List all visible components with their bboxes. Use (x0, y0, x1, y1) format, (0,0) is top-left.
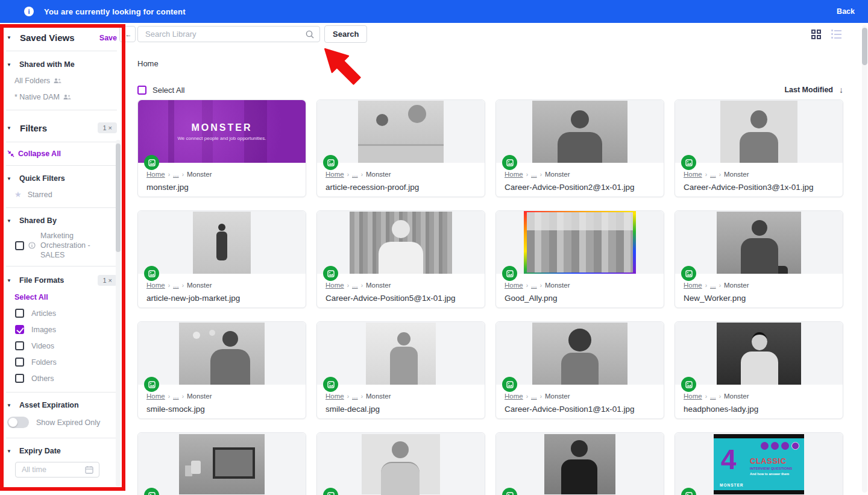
file-format-option[interactable]: Images (0, 325, 117, 334)
asset-filename[interactable]: Career-Advice-Position2@1x-01.jpg (505, 183, 656, 192)
breadcrumb-home-link[interactable]: Home (684, 282, 702, 289)
caret-down-icon[interactable]: ▼ (7, 218, 13, 224)
asset-filename[interactable]: New_Worker.png (684, 294, 835, 303)
show-expired-toggle[interactable] (7, 417, 29, 428)
sort-control[interactable]: Last Modified ↓ (784, 85, 843, 95)
breadcrumb-ellipsis-link[interactable]: ... (531, 282, 537, 289)
caret-down-icon[interactable]: ▼ (7, 62, 13, 68)
caret-down-icon[interactable]: ▼ (7, 35, 13, 40)
breadcrumb-home-link[interactable]: Home (505, 171, 523, 178)
file-formats-header[interactable]: ▼ File Formats 1 × (0, 275, 117, 286)
asset-filename[interactable]: Career-Advice-Position5@1x-01.jpg (326, 294, 477, 303)
format-checkbox[interactable] (15, 358, 24, 367)
saved-view-item[interactable]: * Native DAM (0, 93, 117, 101)
asset-card[interactable]: Home › ... › Monster (495, 432, 664, 495)
shared-by-checkbox[interactable] (15, 241, 24, 250)
breadcrumb-home-link[interactable]: Home (684, 171, 702, 178)
page-breadcrumb[interactable]: Home (137, 59, 868, 68)
asset-filename[interactable]: Career-Advice-Position1@1x-01.jpg (505, 405, 656, 414)
breadcrumb-ellipsis-link[interactable]: ... (531, 393, 537, 400)
file-format-option[interactable]: Articles (0, 309, 117, 318)
asset-card[interactable]: Home › ... › Monster (316, 432, 485, 495)
breadcrumb-ellipsis-link[interactable]: ... (173, 171, 179, 178)
asset-filename[interactable]: monster.jpg (146, 183, 298, 192)
asset-card[interactable]: Home › ... › Monster Career-Advice-Posit… (495, 99, 664, 197)
caret-down-icon[interactable]: ▼ (7, 125, 13, 131)
breadcrumb-ellipsis-link[interactable]: ... (531, 171, 537, 178)
breadcrumb-ellipsis-link[interactable]: ... (710, 282, 716, 289)
breadcrumb-ellipsis-link[interactable]: ... (173, 393, 179, 400)
sidebar-scrollbar[interactable] (116, 140, 121, 487)
asset-card[interactable]: 4CLASSICINTERVIEW QUESTIONSAnd how to an… (675, 432, 843, 495)
shared-with-me-header[interactable]: ▼ Shared with Me (0, 60, 117, 69)
quick-filters-header[interactable]: ▼ Quick Filters (0, 174, 117, 183)
save-view-button[interactable]: Save (99, 34, 117, 42)
breadcrumb-ellipsis-link[interactable]: ... (352, 282, 358, 289)
saved-view-item[interactable]: All Folders (0, 77, 117, 85)
asset-expiration-header[interactable]: ▼ Asset Expiration (0, 401, 117, 409)
breadcrumb-ellipsis-link[interactable]: ... (352, 393, 358, 400)
asset-filename[interactable]: article-new-job-market.jpg (146, 294, 298, 303)
collapse-all-link[interactable]: Collapse All (18, 150, 61, 158)
file-format-option[interactable]: Folders (0, 358, 117, 367)
expiry-date-header[interactable]: ▼ Expiry Date (0, 447, 117, 455)
asset-filename[interactable]: Career-Advice-Position3@1x-01.jpg (684, 183, 835, 192)
asset-card[interactable]: Home › ... › Monster New_Worker.png (675, 210, 843, 308)
asset-filename[interactable]: smile-smock.jpg (146, 405, 298, 414)
filters-header[interactable]: ▼ Filters 1 × (0, 122, 117, 133)
breadcrumb-home-link[interactable]: Home (146, 393, 165, 400)
breadcrumb-ellipsis-link[interactable]: ... (173, 282, 179, 289)
collapse-all-row[interactable]: Collapse All (0, 150, 117, 158)
file-format-option[interactable]: Others (0, 374, 117, 383)
asset-card[interactable]: Home › ... › Monster (137, 432, 306, 495)
asset-card[interactable]: Home › ... › Monster article-new-job-mar… (137, 210, 306, 308)
asset-card[interactable]: Home › ... › Monster Career-Advice-Posit… (316, 210, 485, 308)
caret-down-icon[interactable]: ▼ (7, 278, 13, 283)
saved-views-header[interactable]: ▼ Saved Views Save (0, 33, 117, 43)
caret-down-icon[interactable]: ▼ (7, 176, 13, 181)
shared-by-option[interactable]: Marketing Orchestration - SALES (0, 231, 117, 260)
breadcrumb-home-link[interactable]: Home (505, 282, 523, 289)
breadcrumb-home-link[interactable]: Home (146, 282, 165, 289)
collapse-sidebar-button[interactable]: ← (119, 26, 136, 42)
select-all-formats-link[interactable]: Select All (14, 293, 48, 301)
shared-by-header[interactable]: ▼ Shared By (0, 216, 117, 225)
filters-count-badge[interactable]: 1 × (98, 122, 117, 133)
asset-card[interactable]: Home › ... › Monster smile-decal.jpg (316, 321, 485, 419)
format-checkbox[interactable] (15, 309, 24, 318)
asset-card[interactable]: Home › ... › Monster headphones-lady.jpg (675, 321, 843, 419)
breadcrumb-ellipsis-link[interactable]: ... (710, 171, 716, 178)
file-formats-count-badge[interactable]: 1 × (98, 275, 117, 286)
breadcrumb-ellipsis-link[interactable]: ... (710, 393, 716, 400)
caret-down-icon[interactable]: ▼ (7, 403, 13, 408)
breadcrumb-home-link[interactable]: Home (505, 393, 523, 400)
select-all-checkbox[interactable] (137, 86, 146, 95)
breadcrumb-home-link[interactable]: Home (326, 393, 344, 400)
asset-card[interactable]: Home › ... › Monster Career-Advice-Posit… (675, 99, 843, 197)
caret-down-icon[interactable]: ▼ (7, 449, 13, 454)
search-input[interactable] (137, 26, 320, 42)
sort-direction-icon[interactable]: ↓ (839, 85, 843, 95)
starred-filter[interactable]: ★ Starred (0, 190, 117, 199)
list-view-icon[interactable] (831, 30, 841, 39)
page-scrollbar[interactable] (862, 25, 867, 493)
asset-card[interactable]: Home › ... › Monster Good_Ally.png (495, 210, 664, 308)
format-checkbox[interactable] (15, 374, 24, 383)
breadcrumb-home-link[interactable]: Home (684, 393, 702, 400)
format-checkbox[interactable] (15, 325, 24, 334)
asset-card[interactable]: Home › ... › Monster article-recession-p… (316, 99, 485, 197)
breadcrumb-home-link[interactable]: Home (326, 282, 344, 289)
asset-card[interactable]: Home › ... › Monster smile-smock.jpg (137, 321, 306, 419)
breadcrumb-ellipsis-link[interactable]: ... (352, 171, 358, 178)
asset-filename[interactable]: article-recession-proof.jpg (326, 183, 477, 192)
search-button[interactable]: Search (324, 25, 367, 43)
asset-card[interactable]: Home › ... › Monster Career-Advice-Posit… (495, 321, 664, 419)
file-format-option[interactable]: Videos (0, 341, 117, 350)
asset-filename[interactable]: headphones-lady.jpg (684, 405, 835, 414)
format-checkbox[interactable] (15, 341, 24, 350)
breadcrumb-home-link[interactable]: Home (146, 171, 165, 178)
asset-filename[interactable]: Good_Ally.png (505, 294, 656, 303)
sort-label[interactable]: Last Modified (784, 86, 833, 94)
grid-view-icon[interactable] (811, 30, 821, 39)
asset-filename[interactable]: smile-decal.jpg (326, 405, 477, 414)
